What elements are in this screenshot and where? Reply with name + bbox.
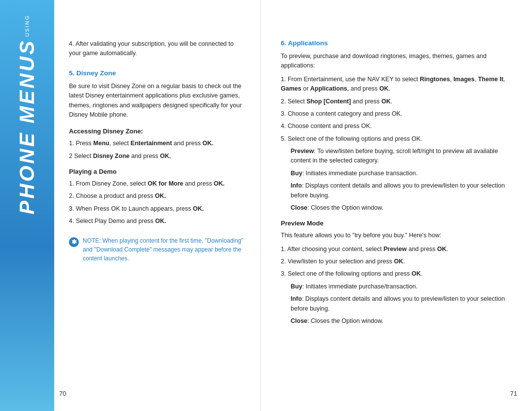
playing-list: 1. From Disney Zone, select OK for More … <box>69 179 246 226</box>
note-text: NOTE: When playing content for the first… <box>83 236 246 263</box>
sidebar-title: PHONE MENUS <box>17 39 37 215</box>
note-box: ✱ NOTE: When playing content for the fir… <box>69 236 246 263</box>
playing-step-2: 2. Choose a product and press OK. <box>69 191 246 201</box>
accessing-step-1: 1. Press Menu, select Entertainment and … <box>69 139 246 148</box>
accessing-list: 1. Press Menu, select Entertainment and … <box>69 139 246 161</box>
sidebar-using-label: USING <box>24 15 30 37</box>
main-content: 4. After validating your subscription, y… <box>54 0 532 411</box>
right-column: 6. Applications To preview, purchase and… <box>261 0 532 411</box>
section6-intro: To preview, purchase and download ringto… <box>281 52 512 71</box>
page-number-right: 71 <box>510 390 517 397</box>
section5-body: Be sure to visit Disney Zone on a regula… <box>69 82 246 120</box>
preview-mode-heading: Preview Mode <box>281 220 512 227</box>
option-close: Close: Closes the Option window. <box>291 203 512 213</box>
preview-option-buy: Buy: Initiates immediate purchase/transa… <box>291 282 512 291</box>
section6-step-5: 5. Select one of the following options a… <box>281 134 512 144</box>
left-column: 4. After validating your subscription, y… <box>54 0 261 411</box>
playing-step-3: 3. When Press OK to Launch appears, pres… <box>69 204 246 214</box>
preview-intro: This feature allows you to "try before y… <box>281 231 512 240</box>
option-preview: Preview: To view/listen before buying, s… <box>291 147 512 166</box>
preview-option-close: Close: Closes the Option window. <box>291 316 512 326</box>
section6-step-2: 2. Select Shop [Content] and press OK. <box>281 97 512 106</box>
section6-step-3: 3. Choose a content category and press O… <box>281 109 512 119</box>
section5-heading: 5. Disney Zone <box>69 69 246 77</box>
option-info: Info: Displays content details and allow… <box>291 181 512 200</box>
section6-heading: 6. Applications <box>281 39 512 47</box>
note-icon: ✱ <box>69 237 79 247</box>
accessing-step-2: 2 Select Disney Zone and press OK. <box>69 152 246 161</box>
preview-options-group: Buy: Initiates immediate purchase/transa… <box>291 282 512 326</box>
preview-option-info: Info: Displays content details and allow… <box>291 294 512 314</box>
preview-step-1: 1. After choosing your content, select P… <box>281 245 512 254</box>
preview-steps: 1. After choosing your content, select P… <box>281 245 512 279</box>
sidebar: USING PHONE MENUS <box>0 0 54 411</box>
options-group: Preview: To view/listen before buying, s… <box>291 147 512 213</box>
left-intro-text: 4. After validating your subscription, y… <box>69 39 246 59</box>
playing-step-1: 1. From Disney Zone, select OK for More … <box>69 179 246 189</box>
section6-steps: 1. From Entertainment, use the NAV KEY t… <box>281 75 512 144</box>
playing-step-4: 4. Select Play Demo and press OK. <box>69 217 246 226</box>
page-number-left: 70 <box>59 390 66 397</box>
preview-step-2: 2. View/listen to your selection and pre… <box>281 257 512 266</box>
playing-heading: Playing a Demo <box>69 168 246 175</box>
preview-step-3: 3. Select one of the following options a… <box>281 269 512 279</box>
accessing-heading: Accessing Disney Zone: <box>69 127 246 135</box>
section6-step-1: 1. From Entertainment, use the NAV KEY t… <box>281 75 512 94</box>
section6-step-4: 4. Choose content and press OK. <box>281 122 512 131</box>
option-buy: Buy: Initiates immediate purchase transa… <box>291 169 512 178</box>
